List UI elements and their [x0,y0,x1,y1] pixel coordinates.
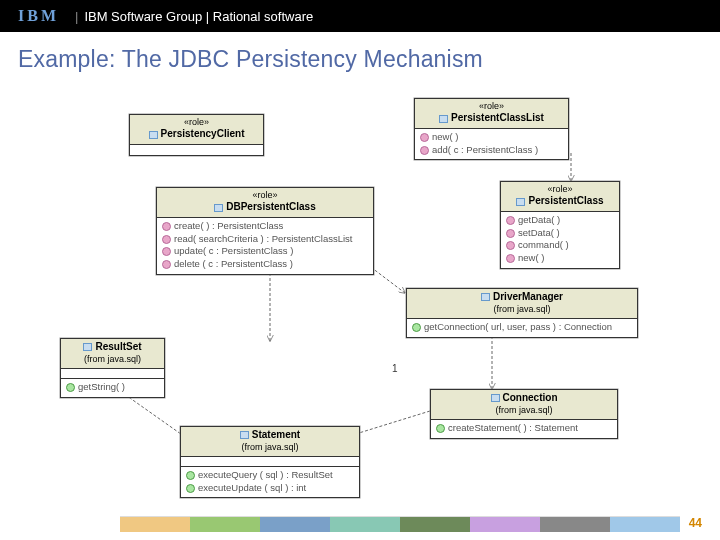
operation-icon [162,260,171,269]
class-name: Statement [252,429,300,440]
footer-color-strip [120,516,680,532]
operation-icon [186,484,195,493]
class-name: PersistentClass [528,195,603,206]
class-persistency-client: «role» PersistencyClient [129,114,264,156]
class-body: executeQuery ( sql ) : ResultSet execute… [181,467,359,498]
class-persistent-class: «role» PersistentClass getData( ) setDat… [500,181,620,269]
class-from: (from java.sql) [413,304,631,315]
class-from: (from java.sql) [437,405,611,416]
operation-icon [506,241,515,250]
operation-icon [186,471,195,480]
class-icon [83,343,92,351]
class-body: getData( ) setData( ) command( ) new( ) [501,212,619,268]
class-statement: Statement (from java.sql) executeQuery (… [180,426,360,498]
class-body: create( ) : PersistentClass read( search… [157,218,373,274]
operation: createStatement( ) : Statement [448,422,578,433]
class-icon [149,131,158,139]
operation: create( ) : PersistentClass [174,220,283,231]
class-persistent-class-list: «role» PersistentClassList new( ) add( c… [414,98,569,160]
header-bar: IBM | IBM Software Group | Rational soft… [0,0,720,32]
multiplicity-label: 1 [392,363,398,374]
class-icon [214,204,223,212]
class-name: PersistencyClient [161,128,245,139]
page-number: 44 [689,516,702,530]
class-result-set: ResultSet (from java.sql) getString( ) [60,338,165,398]
class-icon [439,115,448,123]
class-icon [481,293,490,301]
slide-title: Example: The JDBC Persistency Mechanism [0,32,720,81]
operation: getString( ) [78,381,125,392]
operation: update( c : PersistentClass ) [174,245,293,256]
class-name: ResultSet [95,341,141,352]
class-icon [240,431,249,439]
class-db-persistent-class: «role» DBPersistentClass create( ) : Per… [156,187,374,275]
operation-icon [66,383,75,392]
class-icon [516,198,525,206]
operation: getConnection( url, user, pass ) : Conne… [424,321,612,332]
header-text: IBM Software Group | Rational software [84,9,313,24]
operation-icon [506,229,515,238]
class-name: Connection [503,392,558,403]
operation: new( ) [432,131,458,142]
operation-icon [506,254,515,263]
operation: executeUpdate ( sql ) : int [198,482,306,493]
class-name: DriverManager [493,291,563,302]
class-body: getString( ) [61,379,164,397]
class-body: new( ) add( c : PersistentClass ) [415,129,568,160]
class-icon [491,394,500,402]
class-name: DBPersistentClass [226,201,315,212]
class-body: getConnection( url, user, pass ) : Conne… [407,319,637,337]
operation-icon [506,216,515,225]
class-divider [181,457,359,467]
operation-icon [162,222,171,231]
stereotype-label: «role» [136,117,257,128]
ibm-logo: IBM [18,7,59,25]
operation: delete ( c : PersistentClass ) [174,258,293,269]
operation-icon [412,323,421,332]
class-driver-manager: DriverManager (from java.sql) getConnect… [406,288,638,338]
stereotype-label: «role» [163,190,367,201]
operation: setData( ) [518,227,560,238]
class-from: (from java.sql) [187,442,353,453]
operation: new( ) [518,252,544,263]
operation: command( ) [518,239,569,250]
class-body: createStatement( ) : Statement [431,420,617,438]
diagram-canvas: «role» PersistencyClient «role» Persiste… [0,81,720,521]
class-from: (from java.sql) [67,354,158,365]
class-divider [61,369,164,379]
stereotype-label: «role» [421,101,562,112]
operation: executeQuery ( sql ) : ResultSet [198,469,333,480]
class-body [130,145,263,155]
stereotype-label: «role» [507,184,613,195]
operation: read( searchCriteria ) : PersistentClass… [174,233,352,244]
class-name: PersistentClassList [451,112,544,123]
operation-icon [420,133,429,142]
footer: 44 [0,510,720,540]
operation: add( c : PersistentClass ) [432,144,538,155]
operation-icon [436,424,445,433]
operation-icon [162,235,171,244]
operation-icon [420,146,429,155]
class-connection: Connection (from java.sql) createStateme… [430,389,618,439]
header-separator: | [75,9,78,24]
operation-icon [162,247,171,256]
operation: getData( ) [518,214,560,225]
